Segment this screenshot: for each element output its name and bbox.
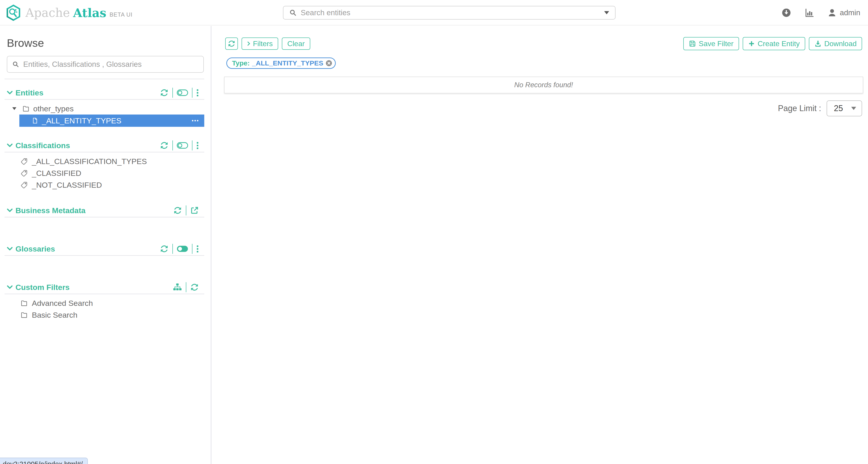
custom-filter-label: Advanced Search	[32, 299, 93, 308]
save-icon	[689, 40, 696, 47]
chevron-down-icon[interactable]	[7, 285, 13, 289]
clear-button[interactable]: Clear	[282, 37, 310, 50]
page-limit-select[interactable]: 25	[827, 100, 862, 117]
toggle-off-icon[interactable]	[177, 142, 188, 149]
refresh-icon[interactable]	[160, 89, 168, 97]
classification-item[interactable]: _ALL_CLASSIFICATION_TYPES	[0, 156, 211, 167]
entities-tree: other_types _ALL_ENTITY_TYPES	[0, 103, 211, 127]
results-toolbar: Filters Clear	[225, 37, 310, 50]
atlas-logo-icon	[6, 4, 21, 21]
refresh-icon[interactable]	[160, 141, 168, 150]
custom-filters-list: Advanced Search Basic Search	[0, 297, 211, 321]
filters-button-label: Filters	[253, 39, 273, 48]
user-icon	[828, 8, 837, 17]
glossaries-section-header: Glossaries	[7, 242, 199, 255]
business-metadata-section-title[interactable]: Business Metadata	[16, 206, 86, 215]
search-icon	[12, 61, 19, 68]
toggle-on-icon[interactable]	[177, 245, 188, 252]
top-header: Apache Atlas BETA UI	[0, 0, 868, 26]
tag-icon	[21, 181, 28, 189]
brand[interactable]: Apache Atlas BETA UI	[6, 0, 132, 26]
search-icon	[289, 9, 297, 16]
no-records-message: No Records found!	[224, 76, 863, 93]
brand-apache-text: Apache	[26, 6, 70, 20]
tree-node-label: _ALL_ENTITY_TYPES	[42, 117, 121, 125]
tag-icon	[21, 158, 28, 165]
caret-down-icon[interactable]	[12, 107, 17, 110]
refresh-icon[interactable]	[173, 206, 182, 215]
kebab-menu-icon[interactable]	[196, 141, 199, 150]
chevron-down-icon[interactable]	[7, 247, 13, 251]
chevron-down-icon[interactable]	[7, 143, 13, 147]
tree-node-all-entity-types-selected[interactable]: _ALL_ENTITY_TYPES	[19, 114, 204, 127]
entities-section-header: Entities	[7, 86, 199, 99]
tree-node-other-types[interactable]: other_types	[0, 103, 211, 114]
entities-section-title[interactable]: Entities	[16, 89, 43, 97]
separator	[186, 282, 186, 292]
global-search-bar	[283, 6, 616, 20]
sidebar-search-input[interactable]	[23, 60, 198, 69]
download-label: Download	[824, 39, 857, 48]
quick-download-icon[interactable]	[781, 8, 791, 18]
user-menu[interactable]: admin	[828, 8, 860, 17]
file-icon	[32, 117, 38, 124]
classification-label: _CLASSIFIED	[32, 169, 81, 178]
save-filter-label: Save Filter	[699, 39, 734, 48]
active-filter-tag[interactable]: Type: _ALL_ENTITY_TYPES	[226, 58, 336, 69]
custom-filters-section-header: Custom Filters	[7, 281, 199, 294]
global-search-input[interactable]	[301, 8, 604, 17]
create-entity-button[interactable]: Create Entity	[743, 37, 805, 50]
statistics-icon[interactable]	[804, 8, 814, 18]
custom-filter-item[interactable]: Basic Search	[0, 309, 211, 321]
filter-tag-value: _ALL_ENTITY_TYPES	[252, 59, 323, 67]
toggle-off-icon[interactable]	[177, 89, 188, 96]
caret-down-icon	[851, 107, 856, 110]
classification-item[interactable]: _NOT_CLASSIFIED	[0, 179, 211, 191]
custom-filter-label: Basic Search	[32, 310, 78, 320]
separator	[192, 88, 192, 98]
chevron-right-icon	[247, 41, 250, 46]
classification-label: _NOT_CLASSIFIED	[32, 180, 102, 190]
external-link-icon[interactable]	[190, 206, 199, 215]
search-dropdown-caret-icon[interactable]	[604, 11, 609, 14]
filters-button[interactable]: Filters	[242, 37, 278, 50]
username-label: admin	[840, 8, 860, 17]
plus-icon	[748, 40, 755, 47]
chevron-down-icon[interactable]	[7, 208, 13, 212]
separator	[192, 140, 192, 151]
glossaries-section-title[interactable]: Glossaries	[16, 244, 55, 253]
save-filter-button[interactable]: Save Filter	[683, 37, 739, 50]
folder-icon	[22, 105, 30, 112]
divider	[5, 152, 204, 153]
classifications-section-title[interactable]: Classifications	[16, 141, 70, 150]
brand-beta-text: BETA UI	[110, 11, 132, 18]
sitemap-icon[interactable]	[173, 283, 182, 291]
classifications-list: _ALL_CLASSIFICATION_TYPES _CLASSIFIED _N…	[0, 156, 211, 191]
tag-icon	[21, 169, 28, 177]
refresh-results-button[interactable]	[225, 37, 238, 50]
sidebar-search-bar	[7, 56, 204, 73]
folder-icon	[21, 299, 28, 307]
custom-filters-section-title[interactable]: Custom Filters	[16, 283, 70, 292]
divider	[5, 99, 204, 100]
chevron-down-icon[interactable]	[7, 91, 13, 95]
header-actions: admin	[781, 0, 860, 26]
actions-toolbar: Save Filter Create Entity Download	[683, 37, 862, 50]
divider	[5, 78, 204, 79]
browser-status-url: dev2:21005/n/index.html#/	[0, 458, 88, 464]
download-button[interactable]: Download	[809, 37, 862, 50]
divider	[5, 294, 204, 294]
remove-filter-icon[interactable]	[326, 60, 332, 67]
kebab-menu-icon[interactable]	[196, 89, 199, 97]
ellipsis-menu-icon[interactable]	[192, 120, 198, 121]
kebab-menu-icon[interactable]	[196, 245, 199, 253]
divider	[5, 217, 204, 218]
classification-item[interactable]: _CLASSIFIED	[0, 167, 211, 179]
classification-label: _ALL_CLASSIFICATION_TYPES	[32, 157, 147, 166]
custom-filter-item[interactable]: Advanced Search	[0, 297, 211, 309]
refresh-icon[interactable]	[160, 244, 168, 253]
main-content: Filters Clear Save Filter Create Entity	[212, 26, 868, 464]
business-metadata-section-header: Business Metadata	[7, 204, 199, 217]
create-entity-label: Create Entity	[758, 39, 800, 48]
refresh-icon[interactable]	[190, 283, 199, 292]
